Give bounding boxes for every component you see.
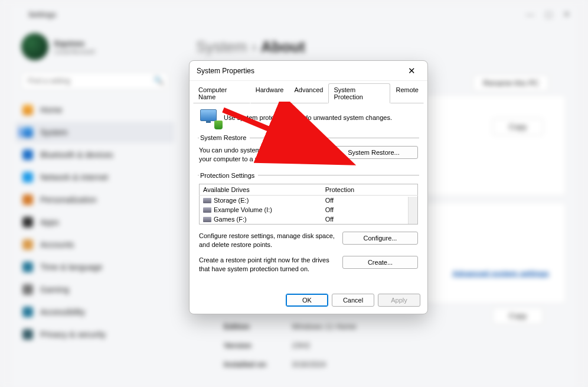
copy-button[interactable]: Copy (492, 118, 543, 135)
copy-button-2[interactable]: Copy (492, 307, 543, 324)
system-restore-button[interactable]: System Restore... (329, 146, 418, 159)
system-restore-legend: System Restore (199, 134, 250, 141)
sidebar-item-label: Personalization (40, 195, 97, 204)
search-icon: 🔍 (153, 76, 164, 85)
protection-settings-legend: Protection Settings (199, 172, 258, 179)
cancel-button[interactable]: Cancel (332, 294, 374, 307)
search-wrap: 🔍 (21, 72, 168, 90)
sidebar-item-privacy-security[interactable]: Privacy & security (15, 324, 174, 345)
create-text: Create a restore point right now for the… (199, 256, 337, 274)
home-icon (22, 105, 33, 115)
sidebar-item-label: System (40, 128, 68, 137)
create-button[interactable]: Create... (342, 256, 418, 269)
ok-button[interactable]: OK (286, 294, 328, 307)
sidebar-item-time-language[interactable]: Time & language (15, 256, 174, 278)
drives-table[interactable]: Available Drives Protection Storage (E:)… (199, 184, 418, 225)
tab-advanced[interactable]: Advanced (289, 83, 328, 103)
maximize-icon[interactable]: ▢ (545, 9, 553, 19)
configure-text: Configure restore settings, manage disk … (199, 232, 337, 249)
breadcrumb-root[interactable]: System (196, 38, 247, 56)
breadcrumb: System › About (189, 30, 573, 60)
tab-system-protection[interactable]: System Protection (328, 83, 390, 103)
sidebar-item-accessibility[interactable]: Accessibility (15, 301, 174, 323)
advanced-system-settings-link[interactable]: Advanced system settings (452, 269, 549, 278)
drives-table-wrap: Available Drives Protection Storage (E:)… (199, 184, 418, 225)
table-row[interactable]: Storage (E:)Off (200, 195, 418, 205)
sidebar-item-apps[interactable]: Apps (15, 212, 174, 233)
rename-pc-button[interactable]: Rename this PC (473, 74, 549, 92)
tab-computer-name[interactable]: Computer Name (193, 83, 250, 103)
profile-sub: Local Account (54, 48, 95, 55)
sidebar-item-label: Gaming (40, 285, 69, 294)
search-input[interactable] (21, 72, 168, 90)
sidebar-item-network-internet[interactable]: Network & internet (15, 167, 174, 188)
sidebar-item-label: Accessibility (40, 307, 85, 317)
breadcrumb-current: About (261, 38, 305, 56)
system-restore-group: System Restore You can undo system chang… (198, 134, 419, 164)
system-protection-icon (200, 109, 219, 126)
system-icon (22, 127, 33, 138)
profile-name: Equinox (54, 39, 95, 48)
net-icon (22, 172, 33, 183)
drive-icon (203, 198, 211, 203)
configure-button[interactable]: Configure... (342, 232, 418, 245)
bt-icon (22, 149, 33, 160)
sidebar-item-system[interactable]: System (15, 122, 174, 143)
priv-icon (22, 329, 33, 340)
profile-block[interactable]: Equinox Local Account (15, 30, 174, 64)
close-icon[interactable]: ✕ (563, 9, 570, 19)
access-icon (22, 307, 33, 317)
sidebar-item-label: Privacy & security (40, 330, 106, 339)
minimize-icon[interactable]: — (526, 9, 534, 19)
sidebar-item-personalization[interactable]: Personalization (15, 189, 174, 210)
sidebar-item-gaming[interactable]: Gaming (15, 279, 174, 300)
protection-settings-group: Protection Settings Available Drives Pro… (198, 172, 419, 274)
drive-icon (203, 217, 211, 222)
system-properties-dialog: System Properties ✕ Computer NameHardwar… (189, 60, 428, 314)
table-row[interactable]: Games (F:)Off (200, 214, 418, 225)
drives-scrollbar[interactable] (408, 197, 417, 224)
time-icon (22, 262, 33, 272)
window-controls: — ▢ ✕ (526, 9, 570, 19)
windows-specs-table: EditionWindows 11 HomeVersion23H2Install… (222, 317, 358, 375)
intro-text: Use system protection to undo unwanted s… (224, 114, 392, 121)
sidebar-item-accounts[interactable]: Accounts (15, 234, 174, 255)
dialog-tabs: Computer NameHardwareAdvancedSystem Prot… (190, 81, 427, 103)
sidebar-item-label: Time & language (40, 262, 102, 272)
sidebar-item-label: Bluetooth & devices (40, 150, 113, 160)
dialog-close-button[interactable]: ✕ (401, 63, 422, 79)
tab-hardware[interactable]: Hardware (250, 83, 289, 103)
acc-icon (22, 239, 33, 250)
apps-icon (22, 217, 33, 227)
pers-icon (22, 194, 33, 205)
table-row[interactable]: Example Volume (I:)Off (200, 205, 418, 214)
tab-remote[interactable]: Remote (390, 83, 424, 103)
avatar (21, 33, 48, 60)
dialog-title: System Properties (197, 67, 254, 75)
window-title: Settings (28, 11, 56, 19)
drive-icon (203, 207, 211, 213)
system-restore-text: You can undo system changes by reverting… (199, 146, 324, 164)
sidebar-item-label: Network & internet (40, 173, 108, 182)
breadcrumb-separator: › (251, 38, 257, 56)
protection-col-header[interactable]: Protection (322, 184, 418, 195)
sidebar-item-bluetooth-devices[interactable]: Bluetooth & devices (15, 144, 174, 165)
sidebar-item-label: Home (40, 105, 62, 115)
sidebar-item-label: Accounts (40, 240, 74, 249)
drives-col-header[interactable]: Available Drives (200, 184, 322, 195)
game-icon (22, 284, 33, 295)
sidebar-item-home[interactable]: Home (15, 99, 174, 121)
sidebar-item-label: Apps (40, 217, 59, 227)
apply-button[interactable]: Apply (378, 294, 420, 307)
